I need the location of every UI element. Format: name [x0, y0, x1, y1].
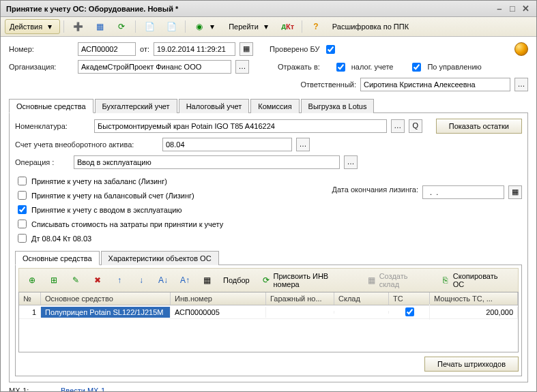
reflect-tax-label: налог. учете	[351, 63, 394, 71]
move-up-icon[interactable]: ↑	[109, 273, 130, 288]
main-toolbar: Действия ▾ ➕ ▦ ⟳ 📄 📄 ◉▾ Перейти ▾ ДКт ? …	[1, 17, 536, 37]
reflect-mgmt-checkbox[interactable]	[412, 63, 421, 72]
col-inv[interactable]: Инв.номер	[171, 292, 266, 305]
copy-os-button[interactable]: ⎘Скопировать ОС	[435, 270, 515, 290]
mx-link[interactable]: Ввести МХ-1	[61, 387, 105, 392]
nomen-label: Номенклатура:	[15, 122, 90, 130]
operation-input[interactable]	[74, 155, 340, 169]
actions-menu[interactable]: Действия ▾	[5, 19, 60, 34]
edit-row-icon[interactable]: ✎	[66, 273, 86, 288]
account-picker-icon[interactable]: …	[296, 138, 310, 151]
help-icon[interactable]: ?	[306, 19, 326, 34]
chk-dt[interactable]	[18, 234, 27, 243]
insert-row-icon[interactable]: ⊞	[44, 273, 64, 288]
sort-asc-icon[interactable]: A↓	[153, 273, 173, 288]
subtab-characteristics[interactable]: Характеристики объектов ОС	[101, 251, 219, 265]
org-label: Организация:	[9, 63, 74, 71]
pick-button[interactable]: Подбор	[218, 274, 255, 286]
print-barcodes-button[interactable]: Печать штрихкодов	[424, 357, 519, 372]
operation-picker-icon[interactable]: …	[344, 155, 358, 169]
lease-end-picker-icon[interactable]: ▦	[508, 185, 522, 199]
sub-toolbar: ⊕ ⊞ ✎ ✖ ↑ ↓ A↓ A↑ ▦ Подбор ⟳Присвоить ИН…	[18, 268, 519, 292]
nomen-picker-icon[interactable]: …	[391, 119, 405, 133]
maximize-icon[interactable]: □	[507, 3, 518, 14]
window-title: Принятие к учету ОС: Оборудование. Новый…	[6, 5, 178, 13]
col-num[interactable]: №	[19, 292, 41, 305]
col-tc[interactable]: ТС	[389, 292, 430, 305]
account-label: Счет учета внеоборотного актива:	[15, 140, 158, 149]
assets-table: № Основное средство Инв.номер Гаражный н…	[18, 292, 519, 352]
refresh-sheet-icon[interactable]: ⟳	[111, 19, 132, 34]
tab-accounting[interactable]: Бухгалтерский учет	[95, 99, 177, 113]
show-balance-button[interactable]: Показать остатки	[436, 119, 522, 134]
date-input[interactable]	[154, 42, 235, 56]
reflect-mgmt-label: По управлению	[427, 63, 481, 71]
tab-assets[interactable]: Основные средства	[9, 99, 93, 113]
delete-row-icon[interactable]: ✖	[87, 273, 108, 288]
responsible-input[interactable]	[360, 78, 510, 91]
goto-menu[interactable]: Перейти ▾	[224, 19, 276, 34]
nomen-input[interactable]	[94, 119, 387, 133]
checked-bu-checkbox[interactable]	[326, 45, 335, 54]
account-input[interactable]	[162, 138, 292, 151]
minimize-icon[interactable]: –	[494, 3, 505, 14]
lease-end-input[interactable]	[422, 185, 504, 199]
tab-commission[interactable]: Комиссия	[250, 99, 299, 113]
close-icon[interactable]: ✕	[520, 3, 531, 14]
new-icon[interactable]: ➕	[68, 19, 88, 34]
add-row-icon[interactable]: ⊕	[22, 273, 42, 288]
reflect-tax-checkbox[interactable]	[336, 63, 345, 72]
cell-asset[interactable]: Полуприцеп Potain SL122/1J215M	[41, 307, 171, 318]
col-asset[interactable]: Основное средство	[41, 292, 171, 305]
lease-end-label: Дата окончания лизинга:	[332, 185, 418, 194]
chk-offbalance[interactable]	[18, 177, 27, 185]
sort-desc-icon[interactable]: A↑	[175, 273, 195, 288]
status-icon[interactable]	[514, 42, 528, 56]
tab-tax[interactable]: Налоговый учет	[179, 99, 250, 113]
list-icon[interactable]: ▦	[197, 273, 217, 288]
tab-lotus[interactable]: Выгрузка в Lotus	[301, 99, 375, 113]
org-picker-icon[interactable]: …	[235, 60, 249, 74]
main-tabs: Основные средства Бухгалтерский учет Нал…	[9, 98, 528, 113]
subtab-assets[interactable]: Основные средства	[15, 251, 100, 265]
sub-tabs: Основные средства Характеристики объекто…	[15, 250, 522, 265]
reflect-label: Отражать в:	[278, 63, 320, 71]
org-input[interactable]	[78, 60, 231, 74]
chk-writeoff[interactable]	[18, 220, 27, 228]
responsible-label: Ответственный:	[300, 80, 356, 89]
assign-inv-button[interactable]: ⟳Присвоить ИНВ номера	[256, 270, 360, 290]
number-input[interactable]	[78, 42, 136, 56]
nomen-search-icon[interactable]: Q	[409, 119, 422, 133]
col-power[interactable]: Мощность ТС, ...	[430, 292, 518, 305]
from-label: от:	[140, 45, 149, 53]
structure-icon[interactable]: ◉▾	[189, 19, 222, 34]
col-garage[interactable]: Гаражный но...	[266, 292, 334, 305]
move-down-icon[interactable]: ↓	[131, 273, 151, 288]
checked-bu-label: Проверено БУ	[270, 45, 319, 53]
mx-label: МХ-1:	[9, 387, 57, 392]
table-row[interactable]: 1 Полуприцеп Potain SL122/1J215M АСП0000…	[19, 305, 518, 319]
post-icon[interactable]: ▦	[89, 19, 110, 34]
cell-tc[interactable]	[389, 304, 430, 320]
date-picker-icon[interactable]: ▦	[240, 42, 253, 56]
responsible-picker-icon[interactable]: …	[514, 78, 528, 91]
col-store[interactable]: Склад	[334, 292, 389, 305]
post-close-icon[interactable]: 📄	[161, 19, 182, 34]
go-icon[interactable]: 📄	[139, 19, 160, 34]
chk-commission[interactable]	[18, 205, 27, 214]
number-label: Номер:	[9, 45, 74, 53]
create-store-button[interactable]: ▦Создать склад	[362, 270, 434, 290]
operation-label: Операция :	[15, 158, 70, 166]
debit-credit-icon[interactable]: ДКт	[278, 19, 298, 34]
titlebar: Принятие к учету ОС: Оборудование. Новый…	[1, 1, 536, 17]
decode-ppk[interactable]: Расшифровка по ППК	[328, 20, 413, 33]
chk-balance[interactable]	[18, 191, 27, 200]
